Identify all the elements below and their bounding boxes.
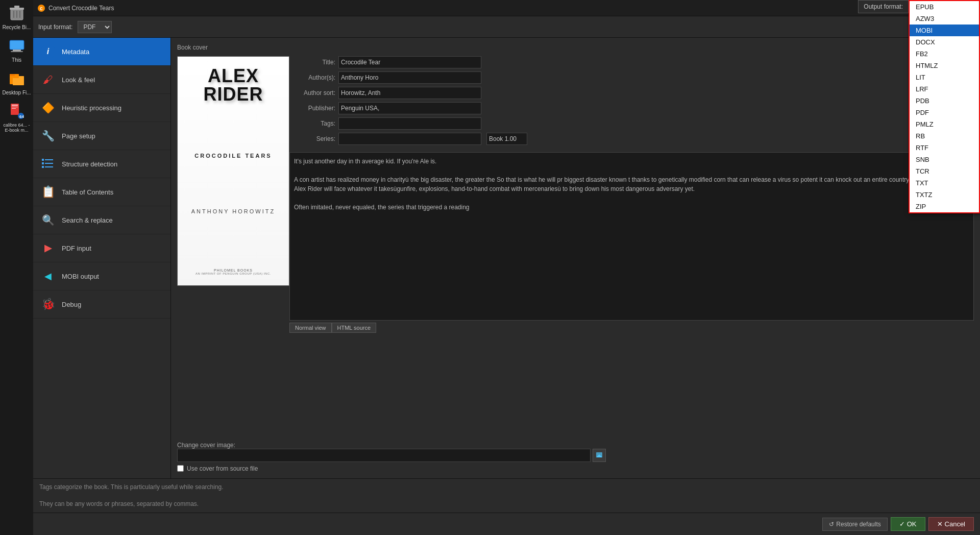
publisher-line: PHILOMEL BOOKS <box>195 269 271 272</box>
sidebar-item-heuristic[interactable]: 🔶 Heuristic processing <box>33 94 170 122</box>
format-option-docx[interactable]: DOCX <box>910 36 979 48</box>
authors-label: Author(s): <box>289 74 335 81</box>
debug-icon: 🐞 <box>40 297 56 312</box>
comment-area[interactable]: It's just another day in th average kid.… <box>289 152 974 321</box>
wrench-icon: 🔧 <box>40 128 56 143</box>
sidebar-pdf-label: PDF input <box>62 245 91 252</box>
bottom-buttons: ↺ Restore defaults ✓ OK ✕ Cancel <box>33 513 980 535</box>
output-format-label: Output format: <box>864 3 903 10</box>
hint-section: Tags categorize the book. This is partic… <box>33 478 980 513</box>
svg-rect-7 <box>13 50 21 51</box>
restore-defaults-button[interactable]: ↺ Restore defaults <box>822 518 887 531</box>
pdf-icon: ▶ <box>40 240 56 256</box>
format-option-pdb[interactable]: PDB <box>910 95 979 107</box>
author-sort-input[interactable] <box>338 87 481 99</box>
format-option-epub[interactable]: EPUB <box>910 1 979 13</box>
sidebar-item-page-setup[interactable]: 🔧 Page setup <box>33 122 170 150</box>
html-source-button[interactable]: HTML source <box>332 323 377 333</box>
sidebar-page-setup-label: Page setup <box>62 132 95 140</box>
svg-rect-10 <box>10 74 15 76</box>
publisher-sub: AN IMPRINT OF PENGUIN GROUP (USA) INC. <box>195 272 271 275</box>
book-title-line1: ALEX <box>183 67 284 85</box>
svg-rect-8 <box>11 51 23 52</box>
use-cover-checkbox[interactable] <box>177 465 184 472</box>
format-option-txt[interactable]: TXT <box>910 177 979 189</box>
search-icon: 🔍 <box>40 212 56 228</box>
content-area: i Metadata 🖌 Look & feel 🔶 Heuristic pro… <box>33 38 980 478</box>
sidebar-look-feel-label: Look & feel <box>62 76 95 84</box>
format-option-snb[interactable]: SNB <box>910 154 979 165</box>
format-option-lrf[interactable]: LRF <box>910 83 979 95</box>
desktop-files-label: Desktop Fi... <box>2 90 31 95</box>
format-option-rtf[interactable]: RTF <box>910 142 979 154</box>
this-pc-icon[interactable]: This <box>2 35 32 63</box>
svg-rect-25 <box>42 166 44 168</box>
svg-rect-26 <box>45 166 53 167</box>
main-window: c Convert Crocodile Tears Input format: … <box>33 0 980 535</box>
info-icon: i <box>40 44 56 59</box>
publisher-row: Publisher: <box>289 102 974 114</box>
sidebar-search-replace-label: Search & replace <box>62 216 113 224</box>
sidebar: i Metadata 🖌 Look & feel 🔶 Heuristic pro… <box>33 38 171 478</box>
restore-icon: ↺ <box>829 521 834 528</box>
sidebar-item-toc[interactable]: 📋 Table of Contents <box>33 178 170 206</box>
sidebar-item-metadata[interactable]: i Metadata <box>33 38 170 66</box>
change-cover-section: Change cover image: Use cover from sourc… <box>177 440 974 472</box>
format-option-fb2[interactable]: FB2 <box>910 48 979 60</box>
svg-rect-16 <box>12 108 16 109</box>
format-option-lit[interactable]: LIT <box>910 71 979 83</box>
svg-rect-6 <box>10 40 24 50</box>
sidebar-item-look-feel[interactable]: 🖌 Look & feel <box>33 66 170 94</box>
series-num-input[interactable] <box>486 133 527 145</box>
format-option-pmlz[interactable]: PMLZ <box>910 118 979 130</box>
desktop-files-icon[interactable]: Desktop Fi... <box>2 68 32 95</box>
cancel-button[interactable]: ✕ Cancel <box>928 517 974 531</box>
format-option-htmlz[interactable]: HTMLZ <box>910 60 979 71</box>
change-cover-label: Change cover image: <box>177 442 235 449</box>
title-label: Title: <box>289 59 335 66</box>
sidebar-item-structure[interactable]: Structure detection <box>33 150 170 178</box>
cancel-x-icon: ✕ <box>937 520 943 528</box>
window-title: Convert Crocodile Tears <box>48 5 114 12</box>
ok-label: OK <box>907 520 917 528</box>
author-sort-label: Author sort: <box>289 89 335 96</box>
sidebar-item-search-replace[interactable]: 🔍 Search & replace <box>33 206 170 234</box>
sidebar-item-pdf-input[interactable]: ▶ PDF input <box>33 234 170 262</box>
heuristic-icon: 🔶 <box>40 100 56 115</box>
metadata-panel: Title: Author(s): Author sort: Publisher… <box>289 56 974 434</box>
cover-browse-button[interactable] <box>593 449 606 462</box>
tags-row: Tags: <box>289 117 974 130</box>
sidebar-heuristic-label: Heuristic processing <box>62 104 121 112</box>
recycle-bin-icon[interactable]: Recycle Bi... <box>2 3 32 30</box>
toc-icon: 📋 <box>40 184 56 200</box>
this-pc-label: This <box>12 57 21 63</box>
format-option-rb[interactable]: RB <box>910 130 979 142</box>
format-option-pdf[interactable]: PDF <box>910 107 979 118</box>
author-sort-row: Author sort: <box>289 87 974 99</box>
series-input[interactable] <box>338 133 481 145</box>
svg-rect-2 <box>14 6 19 8</box>
title-input[interactable] <box>338 56 481 68</box>
format-option-txtz[interactable]: TXTZ <box>910 189 979 201</box>
svg-rect-1 <box>10 8 24 10</box>
input-format-select[interactable]: PDF EPUB MOBI <box>78 21 112 33</box>
comment-text: It's just another day in th average kid.… <box>294 158 969 211</box>
format-option-tcr[interactable]: TCR <box>910 165 979 177</box>
sidebar-item-debug[interactable]: 🐞 Debug <box>33 290 170 319</box>
format-option-mobi[interactable]: MOBI <box>910 25 979 36</box>
ok-button[interactable]: ✓ OK <box>891 517 925 531</box>
format-option-azw3[interactable]: AZW3 <box>910 13 979 25</box>
tags-input[interactable] <box>338 117 481 130</box>
desktop-icons: Recycle Bi... This Desktop Fi... <box>0 0 33 535</box>
sidebar-item-mobi-output[interactable]: ◀ MOBI output <box>33 262 170 290</box>
use-cover-checkbox-row: Use cover from source file <box>177 465 974 472</box>
brush-icon: 🖌 <box>40 72 56 87</box>
publisher-input[interactable] <box>338 102 481 114</box>
normal-view-button[interactable]: Normal view <box>289 323 332 333</box>
cover-path-input[interactable] <box>177 449 591 462</box>
calibre-icon[interactable]: 64 calibre 64... - E-book m... <box>2 101 32 133</box>
authors-input[interactable] <box>338 71 481 84</box>
sidebar-debug-label: Debug <box>62 301 81 308</box>
calibre-label: calibre 64... - E-book m... <box>2 123 32 133</box>
format-option-zip[interactable]: ZIP <box>910 201 979 212</box>
